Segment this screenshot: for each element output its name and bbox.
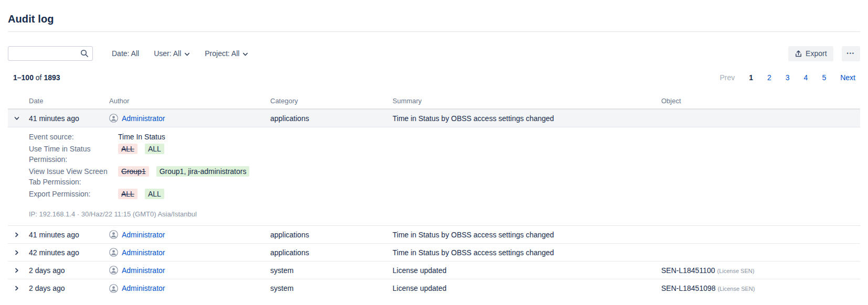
old-value-badge: Group1 bbox=[118, 166, 149, 177]
new-value-badge: ALL bbox=[145, 189, 164, 199]
new-value-badge: Group1, jira-administrators bbox=[156, 166, 250, 177]
detail-value: ALL ALL bbox=[118, 189, 164, 199]
cell-author: Administrator bbox=[109, 266, 270, 275]
person-avatar-icon bbox=[109, 284, 118, 293]
results-total: 1893 bbox=[44, 73, 60, 82]
row-expander[interactable] bbox=[8, 232, 29, 238]
table-row[interactable]: 2 days ago Administrator system License … bbox=[8, 262, 860, 279]
person-avatar-icon bbox=[109, 266, 118, 275]
audit-log-page: Audit log Date: All User: All Project: A… bbox=[0, 13, 868, 297]
filter-project-label: Project: All bbox=[205, 49, 239, 58]
table-row[interactable]: 42 minutes ago Administrator application… bbox=[8, 244, 860, 262]
cell-summary: License updated bbox=[393, 284, 661, 292]
cell-date: 41 minutes ago bbox=[29, 231, 109, 239]
row-expander[interactable] bbox=[8, 267, 29, 274]
detail-label: Event source: bbox=[29, 132, 118, 142]
chevron-right-icon[interactable] bbox=[14, 249, 20, 256]
toolbar: Date: All User: All Project: All bbox=[8, 46, 860, 61]
table-row[interactable]: 2 days ago Administrator system License … bbox=[8, 279, 860, 297]
detail-field: Event source: Time In Status bbox=[29, 132, 860, 142]
header-author: Author bbox=[109, 97, 270, 105]
detail-field: View Issue View Screen Tab Permission: G… bbox=[29, 166, 860, 187]
row-details-panel: Event source: Time In Status Use Time in… bbox=[8, 127, 860, 226]
more-actions-button[interactable]: ••• bbox=[842, 46, 860, 61]
person-avatar-icon bbox=[109, 248, 118, 257]
pagination-next[interactable]: Next bbox=[840, 73, 855, 82]
chevron-right-icon[interactable] bbox=[14, 267, 20, 274]
detail-field: Export Permission: ALL ALL bbox=[29, 189, 860, 199]
detail-value: ALL ALL bbox=[118, 144, 164, 165]
cell-date: 2 days ago bbox=[29, 266, 109, 275]
results-range: 1–100 bbox=[13, 73, 34, 82]
cell-category: applications bbox=[270, 231, 393, 239]
cell-summary: Time in Status by OBSS access settings c… bbox=[393, 231, 661, 239]
row-expander[interactable] bbox=[8, 115, 29, 122]
cell-object bbox=[661, 114, 860, 123]
search-box bbox=[8, 46, 93, 61]
detail-ip-line: IP: 192.168.1.4 · 30/Haz/22 11:15 (GMT0)… bbox=[29, 210, 860, 218]
cell-date: 42 minutes ago bbox=[29, 248, 109, 257]
filter-user[interactable]: User: All bbox=[146, 49, 197, 58]
header-summary: Summary bbox=[393, 97, 661, 105]
row-expander[interactable] bbox=[8, 249, 29, 256]
author-link[interactable]: Administrator bbox=[122, 266, 165, 275]
chevron-down-icon bbox=[184, 51, 190, 57]
cell-category: system bbox=[270, 284, 393, 292]
person-avatar-icon bbox=[109, 230, 118, 239]
results-of-label: of bbox=[36, 73, 44, 82]
filter-project[interactable]: Project: All bbox=[197, 49, 256, 58]
cell-category: system bbox=[270, 266, 393, 275]
chevron-right-icon[interactable] bbox=[14, 285, 20, 291]
page-title: Audit log bbox=[8, 13, 860, 25]
title-divider bbox=[8, 31, 860, 32]
table-row[interactable]: 41 minutes ago Administrator application… bbox=[8, 226, 860, 244]
person-avatar-icon bbox=[109, 114, 118, 123]
search-icon[interactable] bbox=[80, 49, 89, 58]
cell-object: SEN-L18451100(License SEN) bbox=[661, 266, 860, 275]
old-value-badge: ALL bbox=[118, 189, 137, 199]
filter-date-label: Date: All bbox=[112, 49, 139, 58]
results-counter: 1–100 of 1893 bbox=[13, 73, 60, 82]
cell-category: applications bbox=[270, 248, 393, 257]
ellipsis-icon: ••• bbox=[847, 51, 855, 56]
detail-value: Group1 Group1, jira-administrators bbox=[118, 166, 249, 187]
cell-object: SEN-L18451098(License SEN) bbox=[661, 284, 860, 292]
detail-label: View Issue View Screen Tab Permission: bbox=[29, 166, 118, 187]
old-value-badge: ALL bbox=[118, 144, 137, 154]
table-row[interactable]: 41 minutes ago Administrator application… bbox=[8, 110, 860, 127]
header-category: Category bbox=[270, 97, 393, 105]
pagination-page-5[interactable]: 5 bbox=[822, 73, 826, 82]
cell-author: Administrator bbox=[109, 114, 270, 123]
chevron-right-icon[interactable] bbox=[14, 232, 20, 238]
detail-value: Time In Status bbox=[118, 132, 165, 142]
filter-user-label: User: All bbox=[154, 49, 181, 58]
export-button[interactable]: Export bbox=[788, 46, 833, 61]
cell-date: 41 minutes ago bbox=[29, 114, 109, 123]
pagination-page-1[interactable]: 1 bbox=[749, 73, 753, 82]
cell-object bbox=[661, 231, 860, 239]
pagination-page-4[interactable]: 4 bbox=[804, 73, 808, 82]
author-link[interactable]: Administrator bbox=[122, 231, 165, 239]
pagination-prev[interactable]: Prev bbox=[719, 73, 735, 82]
cell-object bbox=[661, 248, 860, 257]
toolbar-actions: Export ••• bbox=[788, 46, 860, 61]
cell-author: Administrator bbox=[109, 248, 270, 257]
table-header-row: Date Author Category Summary Object bbox=[8, 93, 860, 110]
export-upload-icon bbox=[795, 50, 802, 58]
author-link[interactable]: Administrator bbox=[122, 114, 165, 123]
cell-summary: Time in Status by OBSS access settings c… bbox=[393, 114, 661, 123]
author-link[interactable]: Administrator bbox=[122, 248, 165, 257]
cell-summary: Time in Status by OBSS access settings c… bbox=[393, 248, 661, 257]
author-link[interactable]: Administrator bbox=[122, 284, 165, 292]
cell-author: Administrator bbox=[109, 284, 270, 293]
pagination-page-3[interactable]: 3 bbox=[786, 73, 790, 82]
export-button-label: Export bbox=[806, 49, 827, 58]
header-date: Date bbox=[29, 97, 109, 105]
pagination-page-2[interactable]: 2 bbox=[767, 73, 771, 82]
chevron-down-icon[interactable] bbox=[14, 115, 20, 122]
detail-label: Export Permission: bbox=[29, 189, 118, 199]
row-expander[interactable] bbox=[8, 285, 29, 291]
header-object: Object bbox=[661, 97, 860, 105]
cell-author: Administrator bbox=[109, 230, 270, 239]
filter-date[interactable]: Date: All bbox=[104, 49, 146, 58]
